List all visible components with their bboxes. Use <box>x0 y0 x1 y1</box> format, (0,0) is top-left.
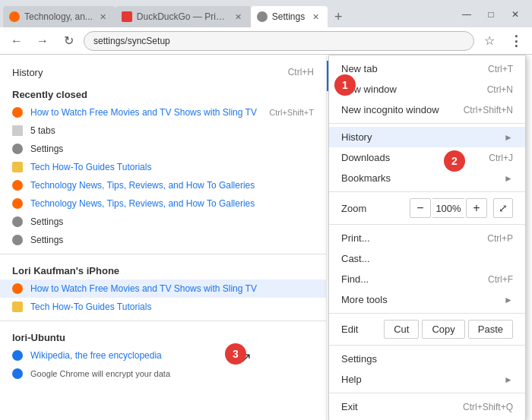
doc-icon <box>12 125 23 136</box>
favicon-icon <box>12 350 23 361</box>
gear-icon <box>12 144 23 154</box>
forward-button[interactable]: → <box>32 30 53 52</box>
edit-label: Edit <box>341 324 381 335</box>
device-1-label: Lori Kaufman's iPhone <box>0 259 326 279</box>
item-text: 5 tabs <box>30 125 314 136</box>
menu-item-shortcut: Ctrl+N <box>487 84 513 95</box>
maximize-button[interactable]: □ <box>480 6 502 23</box>
tab-close-1[interactable]: ✕ <box>97 11 109 23</box>
item-text: Tech How-To Guides Tutorials <box>30 302 314 312</box>
list-item[interactable]: How to Watch Free Movies and TV Shows wi… <box>0 103 326 122</box>
history-title: History <box>12 67 43 78</box>
menu-item-help[interactable]: Help ► <box>329 369 525 390</box>
history-shortcut: Ctrl+H <box>288 67 314 78</box>
minimize-button[interactable]: — <box>456 6 477 23</box>
menu-item-shortcut: Ctrl+Shift+Q <box>463 402 513 412</box>
tab-2[interactable]: DuckDuckGo — Privacy... ✕ <box>116 6 251 27</box>
menu-item-label: Exit <box>341 401 458 412</box>
menu-item-cast[interactable]: Cast... <box>329 248 525 269</box>
chrome-menu: New tab Ctrl+T New window Ctrl+N New inc… <box>328 55 526 420</box>
tab-3[interactable]: Settings ✕ <box>251 6 328 27</box>
favicon-icon <box>12 368 23 379</box>
menu-item-new-tab[interactable]: New tab Ctrl+T <box>329 58 525 79</box>
favicon-icon <box>12 198 23 209</box>
chevron-right-icon: ► <box>504 295 513 305</box>
menu-item-find[interactable]: Find... Ctrl+F <box>329 269 525 289</box>
menu-item-downloads[interactable]: Downloads Ctrl+J <box>329 147 525 168</box>
list-item[interactable]: 5 tabs <box>0 122 326 140</box>
menu-item-print[interactable]: Print... Ctrl+P <box>329 228 525 248</box>
new-tab-button[interactable]: + <box>328 6 349 27</box>
menu-item-more-tools[interactable]: More tools ► <box>329 289 525 310</box>
menu-item-label: Help <box>341 374 499 385</box>
list-item[interactable]: Settings <box>0 231 326 249</box>
item-text: Technology News, Tips, Reviews, and How … <box>30 198 314 209</box>
zoom-in-button[interactable]: + <box>466 198 487 218</box>
tab-label-3: Settings <box>272 11 305 22</box>
list-item[interactable]: Settings <box>0 140 326 158</box>
tab-label-2: DuckDuckGo — Privacy... <box>137 11 228 22</box>
back-button[interactable]: ← <box>6 30 27 52</box>
menu-item-label: New incognito window <box>341 104 459 115</box>
favicon-icon <box>12 162 23 172</box>
fullscreen-button[interactable]: ⤢ <box>493 198 513 218</box>
menu-divider <box>329 123 525 124</box>
menu-item-label: Print... <box>341 232 483 244</box>
zoom-controls: − 100% + <box>410 198 487 218</box>
chevron-right-icon: ► <box>504 374 513 385</box>
favicon-icon <box>12 180 23 191</box>
list-item[interactable]: Technology News, Tips, Reviews, and How … <box>0 176 326 194</box>
cut-button[interactable]: Cut <box>384 320 419 339</box>
menu-item-exit[interactable]: Exit Ctrl+Shift+Q <box>329 396 525 417</box>
tab-1[interactable]: Technology, an... ✕ <box>3 6 116 27</box>
menu-item-shortcut: Ctrl+F <box>488 274 513 285</box>
favicon-icon <box>12 283 23 294</box>
tab-favicon-3 <box>257 11 268 22</box>
browser-titlebar: Technology, an... ✕ DuckDuckGo — Privacy… <box>0 0 532 27</box>
address-bar: ← → ↻ ☆ ⋮ <box>0 27 532 55</box>
bookmark-button[interactable]: ☆ <box>479 30 500 52</box>
zoom-row: Zoom − 100% + ⤢ <box>329 195 525 221</box>
edit-row: Edit Cut Copy Paste <box>329 317 525 342</box>
list-item[interactable]: Tech How-To Guides Tutorials <box>0 158 326 176</box>
chevron-right-icon: ► <box>504 132 513 143</box>
list-item[interactable]: Tech How-To Guides Tutorials <box>0 298 326 316</box>
chevron-right-icon: ► <box>504 173 513 184</box>
item-text: Google Chrome will encrypt your data <box>30 369 314 378</box>
page-content: History Ctrl+H Recently closed How to Wa… <box>0 55 532 420</box>
list-item[interactable]: Technology News, Tips, Reviews, and How … <box>0 194 326 213</box>
menu-item-new-window[interactable]: New window Ctrl+N <box>329 79 525 99</box>
menu-item-settings[interactable]: Settings <box>329 349 525 369</box>
recently-closed-label: Recently closed <box>0 83 326 103</box>
gear-icon <box>12 216 23 227</box>
paste-button[interactable]: Paste <box>468 320 513 339</box>
list-item[interactable]: Wikipedia, the free encyclopedia <box>0 346 326 365</box>
item-text: Settings <box>30 216 314 227</box>
tab-close-3[interactable]: ✕ <box>309 11 321 23</box>
history-header: History Ctrl+H <box>0 62 326 83</box>
menu-item-bookmarks[interactable]: Bookmarks ► <box>329 168 525 188</box>
zoom-out-button[interactable]: − <box>410 198 431 218</box>
item-text: Wikipedia, the free encyclopedia <box>30 350 314 361</box>
menu-button[interactable]: ⋮ <box>505 30 526 52</box>
tab-favicon-2 <box>122 11 132 22</box>
list-item[interactable]: How to Watch Free Movies and TV Shows wi… <box>0 279 326 298</box>
menu-divider-3 <box>329 224 525 225</box>
menu-item-new-incognito[interactable]: New incognito window Ctrl+Shift+N <box>329 99 525 120</box>
device-2-label: lori-Ubuntu <box>0 326 326 346</box>
menu-item-label: More tools <box>341 294 499 305</box>
address-input[interactable] <box>84 31 474 51</box>
tab-close-2[interactable]: ✕ <box>233 11 245 23</box>
list-item[interactable]: Google Chrome will encrypt your data <box>0 365 326 383</box>
reload-button[interactable]: ↻ <box>58 30 79 52</box>
menu-item-label: Find... <box>341 273 483 285</box>
tab-favicon-1 <box>9 11 20 22</box>
copy-button[interactable]: Copy <box>422 320 464 339</box>
menu-item-shortcut: Ctrl+P <box>487 233 513 244</box>
item-shortcut: Ctrl+Shift+T <box>269 108 314 117</box>
close-button[interactable]: ✕ <box>505 6 526 23</box>
list-item[interactable]: Settings <box>0 213 326 231</box>
item-text: How to Watch Free Movies and TV Shows wi… <box>30 107 261 118</box>
menu-item-label: Bookmarks <box>341 172 499 184</box>
menu-item-history[interactable]: History ► <box>329 127 525 147</box>
